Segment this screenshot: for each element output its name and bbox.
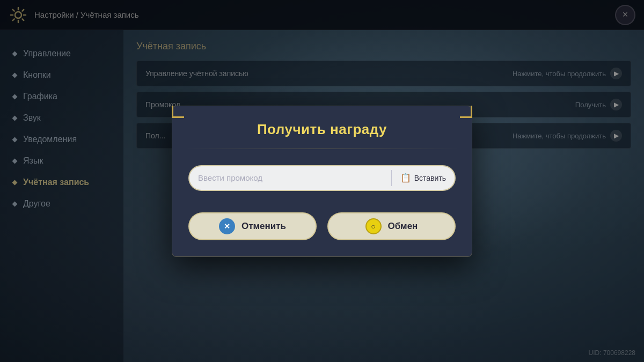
reward-dialog: Получить награду 📋 Вставить ✕ Отменить ○… (172, 106, 472, 257)
modal-overlay: Получить награду 📋 Вставить ✕ Отменить ○… (0, 0, 644, 362)
cancel-label: Отменить (241, 221, 286, 232)
dialog-divider (183, 149, 461, 149)
paste-label: Вставить (414, 174, 446, 182)
cancel-icon: ✕ (219, 218, 235, 234)
dialog-header: Получить награду (172, 106, 472, 149)
exchange-icon: ○ (365, 218, 382, 234)
promo-input-row: 📋 Вставить (188, 165, 456, 191)
paste-button[interactable]: 📋 Вставить (392, 166, 455, 190)
dialog-title: Получить награду (188, 121, 456, 138)
dialog-body: 📋 Вставить (172, 165, 472, 207)
paste-icon: 📋 (400, 173, 411, 183)
exchange-label: Обмен (388, 221, 418, 232)
exchange-button[interactable]: ○ Обмен (327, 212, 456, 240)
dialog-buttons: ✕ Отменить ○ Обмен (172, 212, 472, 240)
promo-code-input[interactable] (189, 173, 391, 182)
cancel-button[interactable]: ✕ Отменить (188, 212, 317, 240)
